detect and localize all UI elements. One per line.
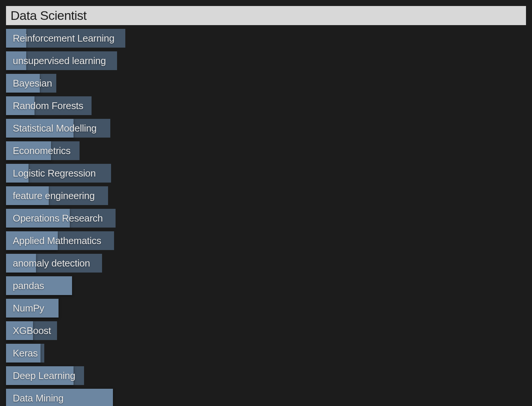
bar-label: Bayesian xyxy=(13,78,52,89)
bar-label: XGBoost xyxy=(13,325,51,337)
bar-row[interactable]: unsupervised learning xyxy=(6,51,526,70)
bar-label: Deep Learning xyxy=(13,370,75,382)
chart-title: Data Scientist xyxy=(6,6,526,25)
bar-row[interactable]: Bayesian xyxy=(6,74,526,93)
bar-label: Reinforcement Learning xyxy=(13,33,114,44)
bar-row[interactable]: Deep Learning xyxy=(6,366,526,385)
bar-label: NumPy xyxy=(13,303,44,314)
bar-row[interactable]: pandas xyxy=(6,276,526,295)
bar-label: Econometrics xyxy=(13,145,71,157)
chart-panel: Data Scientist Reinforcement Learninguns… xyxy=(6,6,526,406)
bar-row[interactable]: anomaly detection xyxy=(6,254,526,273)
bar-row[interactable]: feature engineering xyxy=(6,186,526,205)
bar-row[interactable]: Data Mining xyxy=(6,389,526,406)
bar-row[interactable]: Econometrics xyxy=(6,141,526,160)
bar-label: unsupervised learning xyxy=(13,55,106,67)
bar-label: pandas xyxy=(13,280,44,292)
bar-row[interactable]: Statistical Modelling xyxy=(6,119,526,138)
bar-row[interactable]: Reinforcement Learning xyxy=(6,29,526,48)
bar-label: anomaly detection xyxy=(13,258,90,269)
bar-label: Keras xyxy=(13,348,38,359)
bar-row[interactable]: Random Forests xyxy=(6,96,526,115)
bar-row[interactable]: Keras xyxy=(6,344,526,363)
bar-label: Operations Research xyxy=(13,213,103,224)
bar-row[interactable]: XGBoost xyxy=(6,321,526,340)
bar-label: Logistic Regression xyxy=(13,168,96,179)
bar-label: Statistical Modelling xyxy=(13,123,96,134)
bar-label: feature engineering xyxy=(13,190,95,202)
bar-rows-container: Reinforcement Learningunsupervised learn… xyxy=(6,29,526,406)
bar-label: Applied Mathematics xyxy=(13,235,101,247)
bar-row[interactable]: NumPy xyxy=(6,299,526,318)
bar-label: Data Mining xyxy=(13,393,63,404)
bar-row[interactable]: Operations Research xyxy=(6,209,526,228)
bar-row[interactable]: Logistic Regression xyxy=(6,164,526,183)
bar-row[interactable]: Applied Mathematics xyxy=(6,231,526,250)
bar-label: Random Forests xyxy=(13,100,83,112)
